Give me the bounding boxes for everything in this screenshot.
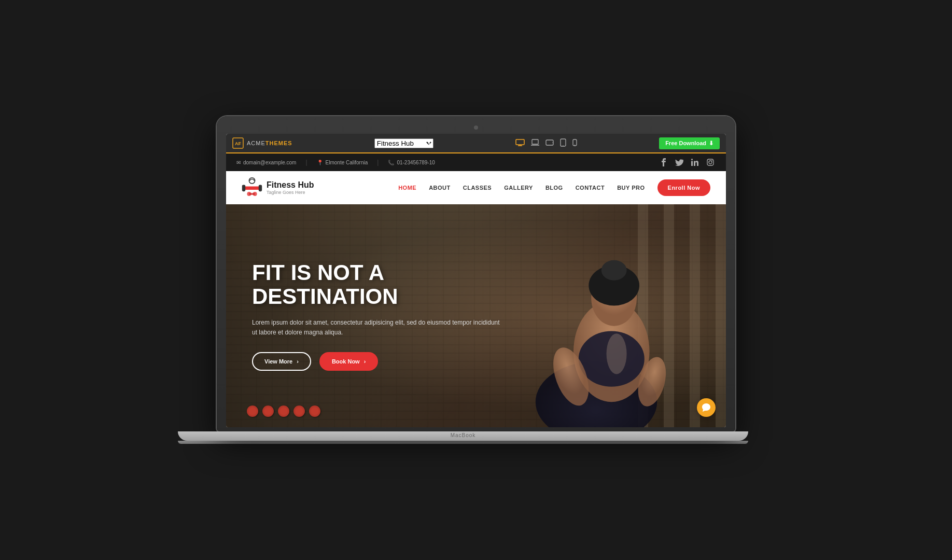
admin-logo-text: ACMEACMETHEMESTHEMES (247, 140, 292, 146)
svg-text:AF: AF (235, 141, 241, 146)
location-icon: 📍 (317, 160, 323, 165)
chat-icon (702, 403, 711, 412)
admin-bar: AF ACMEACMETHEMESTHEMES Fitness Hub (226, 134, 726, 153)
svg-point-32 (601, 260, 627, 281)
site-header: Fitness Hub Tagline Goes Here HOME ABOUT… (226, 171, 726, 204)
facebook-icon[interactable] (659, 157, 669, 167)
free-download-button[interactable]: Free Download ⬇ (659, 137, 720, 149)
nav-blog[interactable]: BLOG (545, 185, 563, 191)
location-text: Elmonte California (326, 160, 368, 165)
weight-3 (278, 405, 289, 417)
fitness-hub-logo-icon (242, 177, 262, 198)
svg-point-33 (607, 333, 627, 374)
nav-about[interactable]: ABOUT (429, 185, 451, 191)
separator-1: | (305, 159, 307, 166)
svg-point-16 (709, 161, 712, 164)
chat-button[interactable] (697, 398, 716, 417)
hero-title: FIT IS NOT A DESTINATION (252, 261, 500, 309)
macbook-base (178, 431, 748, 441)
view-more-arrow: › (297, 358, 299, 365)
weight-4 (293, 405, 305, 417)
instagram-icon[interactable] (705, 157, 716, 167)
download-icon: ⬇ (709, 140, 713, 147)
hero-buttons: View More › Book Now › (252, 352, 500, 371)
view-more-button[interactable]: View More › (252, 352, 311, 371)
svg-rect-13 (691, 161, 693, 166)
location-info: 📍 Elmonte California (317, 160, 368, 165)
phone-info: 📞 01-23456789-10 (388, 160, 435, 165)
nav-home[interactable]: HOME (398, 185, 416, 191)
desktop-icon[interactable] (515, 139, 525, 148)
tablet-portrait-icon[interactable] (560, 138, 566, 148)
nav-buypro[interactable]: BUY PRO (617, 185, 645, 191)
site-logo-text: Fitness Hub Tagline Goes Here (267, 180, 314, 195)
svg-rect-9 (561, 139, 566, 146)
weight-1 (247, 405, 258, 417)
info-bar: ✉ domain@example.com | 📍 Elmonte Califor… (226, 153, 726, 171)
hero-content: FIT IS NOT A DESTINATION Lorem ipsum dol… (226, 261, 526, 371)
hero-subtitle: Lorem ipsum dolor sit amet, consectetur … (252, 318, 500, 338)
macbook-foot (178, 441, 748, 444)
nav-gallery[interactable]: GALLERY (504, 185, 533, 191)
weight-5 (309, 405, 320, 417)
svg-rect-5 (532, 139, 538, 144)
tablet-landscape-icon[interactable] (545, 139, 554, 147)
svg-point-14 (691, 159, 693, 160)
theme-selector-wrapper[interactable]: Fitness Hub (374, 138, 433, 148)
email-icon: ✉ (236, 160, 241, 165)
svg-rect-7 (546, 140, 553, 145)
admin-logo: AF ACMEACMETHEMESTHEMES (232, 137, 292, 149)
book-now-arrow: › (364, 358, 366, 365)
social-links (659, 157, 716, 167)
device-preview-bar (515, 138, 577, 148)
weight-2 (262, 405, 274, 417)
phone-icon: 📞 (388, 160, 394, 165)
svg-rect-19 (244, 187, 260, 190)
hero-weights (247, 405, 320, 417)
contact-info: ✉ domain@example.com | 📍 Elmonte Califor… (236, 159, 435, 166)
svg-rect-21 (259, 185, 262, 191)
book-now-button[interactable]: Book Now › (319, 352, 378, 371)
twitter-icon[interactable] (674, 157, 684, 167)
theme-select[interactable]: Fitness Hub (374, 138, 433, 148)
email-info: ✉ domain@example.com (236, 160, 296, 165)
hero-section: FIT IS NOT A DESTINATION Lorem ipsum dol… (226, 204, 726, 427)
camera-dot (474, 125, 478, 130)
mobile-icon[interactable] (572, 139, 577, 148)
svg-rect-15 (707, 159, 713, 165)
nav-classes[interactable]: CLASSES (463, 185, 492, 191)
svg-rect-24 (249, 193, 255, 195)
phone-text: 01-23456789-10 (397, 160, 435, 165)
linkedin-icon[interactable] (690, 157, 700, 167)
site-nav: HOME ABOUT CLASSES GALLERY BLOG CONTACT … (398, 179, 710, 196)
svg-point-17 (712, 160, 713, 161)
svg-point-12 (575, 144, 575, 145)
separator-2: | (377, 159, 379, 166)
svg-rect-20 (242, 185, 245, 191)
site-logo: Fitness Hub Tagline Goes Here (242, 177, 314, 198)
svg-rect-2 (516, 139, 524, 145)
laptop-icon[interactable] (531, 139, 539, 148)
acmethemes-logo-icon: AF (232, 137, 244, 149)
enroll-now-button[interactable]: Enroll Now (657, 179, 710, 196)
screen-content: AF ACMEACMETHEMESTHEMES Fitness Hub (226, 134, 726, 427)
macbook-wrapper: AF ACMEACMETHEMESTHEMES Fitness Hub (217, 116, 735, 444)
site-logo-name: Fitness Hub (267, 180, 314, 190)
email-text: domain@example.com (243, 160, 296, 165)
site-logo-tagline: Tagline Goes Here (267, 190, 314, 195)
macbook-screen: AF ACMEACMETHEMESTHEMES Fitness Hub (217, 116, 735, 431)
nav-contact[interactable]: CONTACT (576, 185, 605, 191)
